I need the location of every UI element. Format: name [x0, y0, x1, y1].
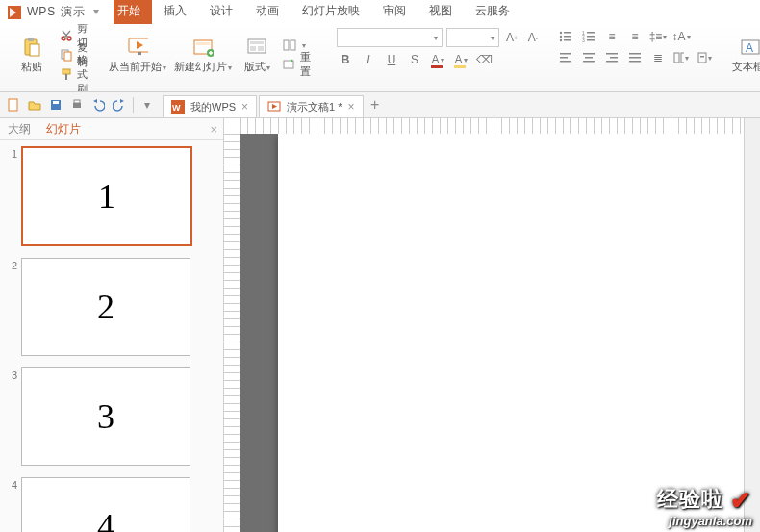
columns-button[interactable]: ▾ — [672, 49, 690, 66]
svg-rect-61 — [53, 101, 59, 104]
align-right-button[interactable] — [603, 49, 621, 66]
svg-rect-43 — [629, 53, 641, 55]
doc-tab-presentation[interactable]: 演示文稿1 * × — [259, 95, 363, 117]
layout-icon — [246, 37, 267, 58]
italic-button[interactable]: I — [360, 51, 377, 68]
svg-rect-37 — [583, 53, 595, 55]
new-slide-icon — [192, 37, 214, 58]
highlight-button[interactable]: A▾ — [452, 51, 469, 68]
from-current-button[interactable]: 从当前开始▾ — [107, 26, 168, 84]
qa-save-icon[interactable] — [48, 97, 63, 113]
slide-panel: 大纲 幻灯片 × 1 1 2 2 3 3 4 4 — [0, 118, 224, 532]
close-tab-icon[interactable]: × — [348, 100, 355, 114]
align-distribute-button[interactable]: ≣ — [649, 49, 667, 66]
shadow-button[interactable]: S — [406, 51, 423, 68]
qa-new-icon[interactable] — [6, 97, 21, 113]
format-painter-button[interactable]: 格式刷 — [58, 65, 91, 83]
svg-rect-11 — [138, 52, 141, 55]
svg-rect-8 — [65, 74, 67, 80]
ruler-vertical[interactable] — [224, 134, 241, 532]
side-tab-outline[interactable]: 大纲 — [6, 119, 33, 139]
section-icon — [282, 38, 297, 53]
title-bar: WPS 演示 — [0, 0, 114, 24]
tab-insert[interactable]: 插入 — [152, 0, 198, 24]
svg-text:A: A — [746, 41, 753, 55]
slide-number: 3 — [2, 367, 17, 381]
tab-review[interactable]: 审阅 — [371, 0, 418, 24]
qa-open-icon[interactable] — [27, 97, 42, 113]
tab-view[interactable]: 视图 — [418, 0, 464, 24]
slide-thumbnail[interactable]: 1 — [21, 146, 192, 246]
new-slide-button[interactable]: 新建幻灯片▾ — [172, 26, 234, 84]
ruler-horizontal[interactable] — [240, 118, 744, 135]
svg-marker-65 — [120, 99, 124, 103]
new-tab-button[interactable]: + — [366, 96, 385, 114]
bold-button[interactable]: B — [337, 51, 354, 68]
increase-indent-button[interactable]: ≡ — [626, 28, 644, 45]
qa-undo-icon[interactable] — [90, 97, 106, 113]
thumbnail-item[interactable]: 1 1 — [2, 146, 221, 246]
scissors-icon — [60, 28, 73, 43]
thumbnail-item[interactable]: 4 4 — [2, 477, 221, 532]
svg-rect-1 — [28, 38, 34, 41]
align-justify-button[interactable] — [626, 49, 644, 66]
qa-more-icon[interactable]: ▾ — [133, 97, 155, 113]
reset-button[interactable]: 重置 — [280, 56, 321, 73]
align-center-button[interactable] — [580, 49, 597, 66]
slide-number: 4 — [2, 477, 17, 491]
close-panel-icon[interactable]: × — [210, 122, 217, 137]
vert-align-button[interactable]: ▾ — [696, 49, 713, 66]
textbox-button[interactable]: A 文本框▾ — [728, 26, 760, 84]
svg-rect-31 — [587, 36, 595, 38]
clear-format-button[interactable]: ⌫ — [475, 51, 493, 68]
svg-rect-38 — [585, 57, 593, 59]
svg-rect-59 — [9, 99, 17, 111]
svg-rect-41 — [610, 57, 618, 59]
vertical-scrollbar[interactable] — [744, 118, 760, 532]
font-name-combo[interactable]: ▾ — [337, 28, 443, 47]
doc-tab-mywps[interactable]: W 我的WPS × — [163, 95, 257, 117]
svg-rect-63 — [74, 100, 80, 103]
svg-rect-45 — [629, 61, 641, 63]
textbox-icon: A — [740, 37, 760, 58]
thumbnail-item[interactable]: 2 2 — [2, 258, 221, 356]
ribbon-tabs: 开始 插入 设计 动画 幻灯片放映 审阅 视图 云服务 — [0, 0, 760, 24]
slide-canvas[interactable]: 1 — [278, 134, 744, 532]
font-size-combo[interactable]: ▾ — [446, 28, 499, 47]
side-tab-slides[interactable]: 幻灯片 — [44, 119, 83, 139]
align-left-button[interactable] — [557, 49, 574, 66]
svg-rect-47 — [681, 53, 684, 63]
slide-thumbnail[interactable]: 3 — [21, 367, 190, 466]
tab-design[interactable]: 设计 — [198, 0, 244, 24]
text-direction-button[interactable]: ↕A▾ — [672, 28, 690, 45]
tab-slideshow[interactable]: 幻灯片放映 — [291, 0, 371, 24]
svg-rect-35 — [560, 57, 568, 59]
paste-icon — [21, 37, 42, 58]
play-monitor-icon — [127, 37, 148, 58]
increase-font-icon[interactable]: A+ — [503, 29, 520, 46]
decrease-font-icon[interactable]: A- — [524, 29, 542, 46]
slide-thumbnail[interactable]: 2 — [21, 258, 190, 356]
slide-number: 2 — [2, 258, 17, 271]
paste-button[interactable]: 粘贴 — [10, 26, 54, 84]
svg-rect-6 — [64, 52, 71, 61]
font-color-button[interactable]: A▾ — [429, 51, 446, 68]
underline-button[interactable]: U — [383, 51, 400, 68]
qa-print-icon[interactable] — [69, 97, 85, 113]
qa-redo-icon[interactable] — [112, 97, 127, 113]
slide-thumbnail[interactable]: 4 — [21, 477, 190, 532]
wps-logo-icon: W — [171, 100, 185, 114]
thumbnail-item[interactable]: 3 3 — [2, 367, 221, 466]
thumbnail-list[interactable]: 1 1 2 2 3 3 4 4 — [0, 140, 223, 532]
close-tab-icon[interactable]: × — [241, 100, 248, 114]
svg-rect-20 — [291, 40, 295, 50]
svg-rect-34 — [560, 53, 571, 55]
bullet-list-button[interactable] — [557, 28, 574, 45]
tab-cloud[interactable]: 云服务 — [464, 0, 521, 24]
app-menu-dropdown[interactable] — [93, 10, 99, 14]
tab-animation[interactable]: 动画 — [244, 0, 291, 24]
line-spacing-button[interactable]: ‡≡▾ — [649, 28, 667, 45]
layout-button[interactable]: 版式▾ — [238, 26, 276, 84]
number-list-button[interactable]: 123 — [580, 28, 597, 45]
decrease-indent-button[interactable]: ≡ — [603, 28, 621, 45]
